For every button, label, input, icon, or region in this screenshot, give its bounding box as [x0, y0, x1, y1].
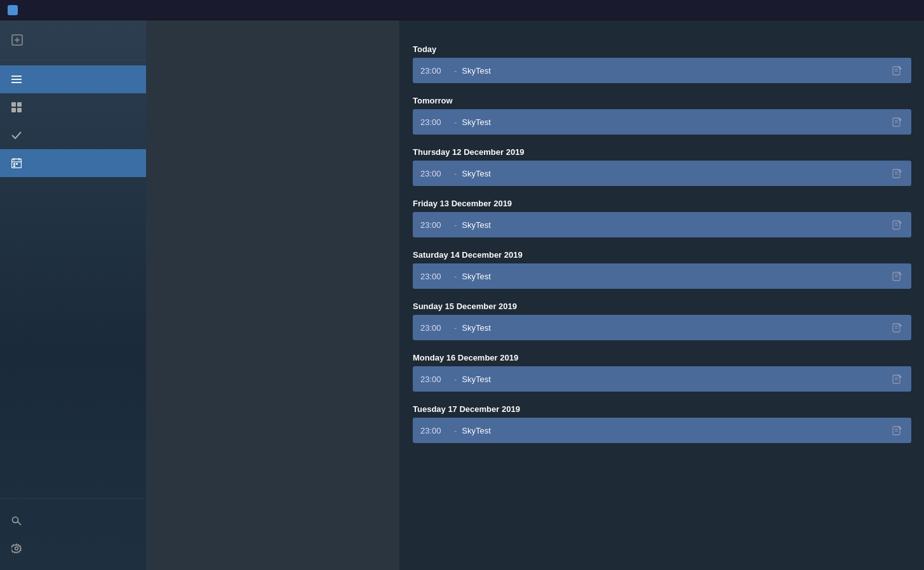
create-task-icon: [10, 33, 24, 47]
task-item[interactable]: 23:00-SkyTest: [413, 109, 911, 135]
day-label: Friday 13 December 2019: [413, 199, 911, 208]
task-separator: -: [454, 117, 457, 127]
days-container: Today23:00-SkyTest Tomorrow23:00-SkyTest…: [400, 39, 924, 451]
calendar-icon: [10, 157, 23, 169]
sidebar-item-settings[interactable]: [0, 534, 146, 562]
task-name: SkyTest: [462, 169, 891, 178]
svg-rect-9: [17, 108, 22, 112]
day-section: Saturday 14 December 201923:00-SkyTest: [400, 245, 924, 296]
day-label: Tomorrow: [413, 96, 911, 105]
grid-icon: [10, 101, 23, 114]
task-time: 23:00: [420, 426, 449, 435]
svg-rect-7: [17, 102, 22, 107]
titlebar-controls: [829, 0, 916, 20]
task-name: SkyTest: [462, 374, 891, 384]
day-section: Friday 13 December 201923:00-SkyTest: [400, 194, 924, 245]
sidebar-item-task-planner[interactable]: [0, 149, 146, 177]
task-name: SkyTest: [462, 220, 891, 230]
day-label: Today: [413, 44, 911, 54]
task-edit-icon[interactable]: [891, 270, 904, 282]
svg-rect-15: [16, 163, 18, 165]
next-days-title: [400, 20, 924, 39]
maximize-button[interactable]: [858, 0, 887, 20]
task-edit-icon[interactable]: [891, 218, 904, 231]
next-days-panel[interactable]: Today23:00-SkyTest Tomorrow23:00-SkyTest…: [400, 20, 924, 570]
task-time: 23:00: [420, 323, 449, 333]
task-item[interactable]: 23:00-SkyTest: [413, 263, 911, 289]
task-name: SkyTest: [462, 426, 891, 435]
sidebar-item-dashboard[interactable]: [0, 93, 146, 121]
sidebar-nav: [0, 60, 146, 498]
create-task-button[interactable]: [0, 20, 146, 60]
task-item[interactable]: 23:00-SkyTest: [413, 315, 911, 340]
minimize-button[interactable]: [829, 0, 858, 20]
key-icon: [10, 514, 23, 527]
task-separator: -: [454, 169, 457, 178]
day-label: Thursday 12 December 2019: [413, 147, 911, 157]
task-time: 23:00: [420, 374, 449, 384]
task-item[interactable]: 23:00-SkyTest: [413, 366, 911, 392]
task-name: SkyTest: [462, 66, 891, 76]
app-body: Today23:00-SkyTest Tomorrow23:00-SkyTest…: [0, 20, 924, 570]
app-icon: [8, 5, 18, 15]
sidebar-item-task-manager[interactable]: [0, 65, 146, 93]
day-label: Sunday 15 December 2019: [413, 302, 911, 311]
task-separator: -: [454, 426, 457, 435]
day-section: Monday 16 December 201923:00-SkyTest: [400, 348, 924, 399]
gear-icon: [10, 542, 23, 555]
task-edit-icon[interactable]: [891, 321, 904, 334]
pending-panel: [146, 20, 400, 570]
task-edit-icon[interactable]: [891, 167, 904, 180]
svg-line-18: [18, 522, 22, 526]
task-item[interactable]: 23:00-SkyTest: [413, 58, 911, 83]
task-name: SkyTest: [462, 272, 891, 281]
svg-rect-14: [13, 163, 15, 165]
task-separator: -: [454, 272, 457, 281]
titlebar-left: [8, 5, 23, 15]
svg-rect-8: [11, 108, 16, 112]
task-time: 23:00: [420, 272, 449, 281]
day-section: Today23:00-SkyTest: [400, 39, 924, 91]
task-time: 23:00: [420, 220, 449, 230]
day-label: Monday 16 December 2019: [413, 353, 911, 362]
task-time: 23:00: [420, 169, 449, 178]
check-icon: [10, 129, 23, 142]
day-section: Thursday 12 December 201923:00-SkyTest: [400, 142, 924, 194]
svg-rect-6: [11, 102, 16, 107]
task-item[interactable]: 23:00-SkyTest: [413, 161, 911, 186]
task-item[interactable]: 23:00-SkyTest: [413, 418, 911, 443]
task-separator: -: [454, 374, 457, 384]
sidebar-item-license[interactable]: [0, 507, 146, 534]
task-item[interactable]: 23:00-SkyTest: [413, 212, 911, 237]
task-edit-icon[interactable]: [891, 373, 904, 385]
task-separator: -: [454, 220, 457, 230]
content-area: Today23:00-SkyTest Tomorrow23:00-SkyTest…: [146, 20, 924, 570]
menu-icon: [10, 73, 23, 86]
task-time: 23:00: [420, 117, 449, 127]
svg-rect-16: [13, 166, 15, 168]
day-section: Tuesday 17 December 201923:00-SkyTest: [400, 399, 924, 451]
task-name: SkyTest: [462, 117, 891, 127]
task-edit-icon[interactable]: [891, 424, 904, 437]
task-time: 23:00: [420, 66, 449, 76]
day-label: Saturday 14 December 2019: [413, 250, 911, 260]
close-button[interactable]: [887, 0, 916, 20]
sidebar-bottom: [0, 498, 146, 570]
task-name: SkyTest: [462, 323, 891, 333]
task-separator: -: [454, 66, 457, 76]
day-section: Sunday 15 December 201923:00-SkyTest: [400, 296, 924, 348]
svg-point-19: [15, 547, 18, 550]
titlebar: [0, 0, 924, 20]
day-label: Tuesday 17 December 2019: [413, 404, 911, 414]
sidebar-item-tasks[interactable]: [0, 121, 146, 149]
task-separator: -: [454, 323, 457, 333]
day-section: Tomorrow23:00-SkyTest: [400, 91, 924, 142]
sidebar: [0, 20, 146, 570]
task-edit-icon[interactable]: [891, 116, 904, 128]
task-edit-icon[interactable]: [891, 64, 904, 77]
